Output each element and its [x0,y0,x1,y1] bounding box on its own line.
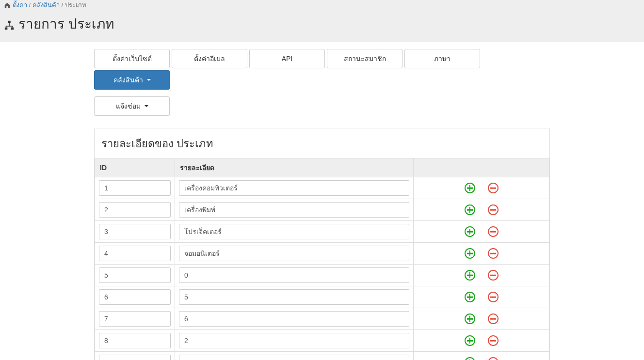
id-input[interactable] [99,180,171,196]
row-actions [418,204,545,216]
detail-input[interactable] [179,289,409,305]
tab-label: สถานะสมาชิก [344,53,386,64]
breadcrumb-item[interactable]: ตั้งค่า [13,1,27,9]
tab-ภาษา[interactable]: ภาษา [404,49,480,68]
remove-row-button[interactable] [487,248,499,259]
add-row-button[interactable] [464,269,476,281]
row-actions [418,357,545,360]
add-row-button[interactable] [464,204,476,216]
tab-ตั้งค่าอีเมล[interactable]: ตั้งค่าอีเมล [172,49,247,68]
id-input[interactable] [99,311,171,327]
detail-input[interactable] [179,355,409,360]
tabs-row-1: ตั้งค่าเว็บไซต์ตั้งค่าอีเมลAPIสถานะสมาชิ… [94,49,550,90]
detail-input[interactable] [179,333,409,348]
minus-circle-icon [488,335,499,346]
add-row-button[interactable] [464,313,476,325]
id-input[interactable] [99,355,171,360]
add-row-button[interactable] [464,335,476,346]
id-input[interactable] [99,267,171,283]
detail-input[interactable] [179,267,409,283]
table-row [95,352,549,360]
remove-row-button[interactable] [487,226,499,237]
tab-label: คลังสินค้า [113,75,143,85]
minus-circle-icon [488,204,499,215]
minus-circle-icon [488,313,499,324]
id-input[interactable] [99,246,171,261]
plus-circle-icon [465,248,475,259]
detail-input[interactable] [179,311,409,327]
plus-circle-icon [465,226,475,237]
tab-label: API [282,55,293,63]
table-row [95,330,549,352]
row-actions [418,269,545,281]
sitemap-icon [4,18,15,29]
plus-circle-icon [465,313,475,324]
minus-circle-icon [488,357,499,360]
id-input[interactable] [99,289,171,305]
minus-circle-icon [488,183,499,193]
breadcrumb-separator: / [60,1,65,9]
remove-row-button[interactable] [487,313,499,325]
remove-row-button[interactable] [487,357,499,360]
detail-table: ID รายละเอียด [95,158,549,360]
add-row-button[interactable] [464,226,476,237]
detail-input[interactable] [179,180,409,196]
tabs-row-2: แจ้งซ่อม [94,96,550,116]
add-row-button[interactable] [464,182,476,194]
plus-circle-icon [465,357,475,360]
breadcrumb-separator: / [27,1,32,9]
detail-input[interactable] [179,202,409,218]
id-input[interactable] [99,224,171,239]
remove-row-button[interactable] [487,335,499,346]
id-input[interactable] [99,202,171,218]
chevron-down-icon [145,105,148,107]
tab-label: ตั้งค่าอีเมล [194,53,225,64]
table-row [95,286,549,308]
plus-circle-icon [465,292,475,302]
add-row-button[interactable] [464,357,476,360]
tab-คลังสินค้า[interactable]: คลังสินค้า [94,70,170,90]
table-row [95,221,549,243]
row-actions [418,182,545,194]
page-title-text: รายการ ประเภท [18,13,114,34]
panel-title: รายละเอียดของ ประเภท [95,128,549,158]
tab-label: ตั้งค่าเว็บไซต์ [113,53,152,64]
breadcrumb-item: ประเภท [65,1,86,9]
row-actions [418,248,545,259]
breadcrumb-item[interactable]: คลังสินค้า [32,1,60,9]
table-row [95,265,549,286]
remove-row-button[interactable] [487,269,499,281]
tab-API[interactable]: API [249,49,325,68]
svg-rect-0 [8,21,11,23]
add-row-button[interactable] [464,248,476,259]
remove-row-button[interactable] [487,182,499,194]
col-header-id: ID [95,158,175,177]
remove-row-button[interactable] [487,204,499,216]
home-icon [4,2,11,9]
row-actions [418,313,545,325]
tab-ตั้งค่าเว็บไซต์[interactable]: ตั้งค่าเว็บไซต์ [94,49,170,68]
remove-row-button[interactable] [487,291,499,303]
id-input[interactable] [99,333,171,348]
row-actions [418,226,545,237]
minus-circle-icon [488,248,499,259]
tab-label: ภาษา [434,53,451,64]
plus-circle-icon [465,335,475,346]
table-row [95,243,549,265]
tab-สถานะสมาชิก[interactable]: สถานะสมาชิก [327,49,402,68]
detail-panel: รายละเอียดของ ประเภท ID รายละเอียด [94,128,550,360]
tab-label: แจ้งซ่อม [116,101,141,111]
detail-input[interactable] [179,224,409,239]
plus-circle-icon [465,183,475,193]
add-row-button[interactable] [464,291,476,303]
row-actions [418,335,545,346]
detail-input[interactable] [179,246,409,261]
table-row [95,177,549,199]
col-header-actions [414,158,549,177]
minus-circle-icon [488,270,499,281]
tab-แจ้งซ่อม[interactable]: แจ้งซ่อม [94,96,170,116]
minus-circle-icon [488,226,499,237]
plus-circle-icon [465,204,475,215]
col-header-detail: รายละเอียด [175,158,414,177]
minus-circle-icon [488,292,499,302]
